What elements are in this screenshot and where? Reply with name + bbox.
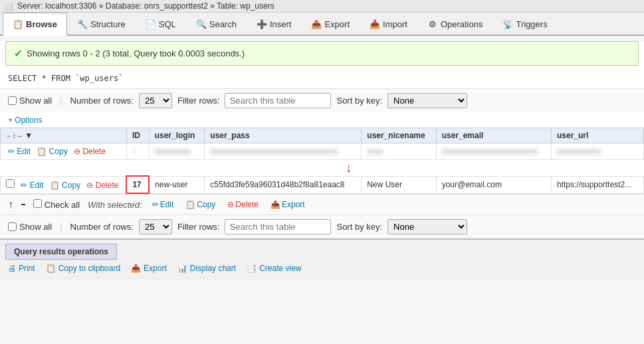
query-results-content: 🖨 Print 📋 Copy to clipboard 📤 Export 📊 D…: [0, 260, 644, 280]
copy-button-1[interactable]: 📋 Copy: [35, 146, 69, 157]
tab-insert-label: Insert: [270, 19, 292, 29]
th-user-url[interactable]: user_url: [552, 128, 644, 143]
sort-icon: ▼: [25, 131, 33, 140]
edit-button-1[interactable]: ✏ Edit: [6, 146, 33, 157]
tab-export-label: Export: [324, 19, 350, 29]
row-checkbox-2[interactable]: [6, 179, 15, 188]
table-header-row: ←↕→ ▼ ID user_login user_pass user_nicen…: [1, 128, 644, 143]
success-text: Showing rows 0 - 2 (3 total, Query took …: [27, 48, 245, 58]
chart-link[interactable]: 📊 Display chart: [177, 264, 236, 273]
th-checkbox: ←↕→ ▼: [1, 128, 127, 143]
tab-search[interactable]: 🔍 Search: [186, 13, 247, 35]
titlebar: ⬜ Server: localhost:3306 » Database: onr…: [0, 0, 644, 13]
tab-browse[interactable]: 📋 Browse: [3, 13, 67, 36]
tab-structure[interactable]: 🔧 Structure: [67, 13, 136, 35]
nav-arrows: ←↕→: [6, 132, 23, 139]
table-row: ✏ Edit 📋 Copy ⊖ Delete -- xxxxxxxxx xxxx…: [1, 143, 644, 160]
structure-icon: 🔧: [77, 19, 88, 29]
th-user-nicename[interactable]: user_nicename: [362, 128, 436, 143]
with-selected-label: With selected:: [88, 200, 142, 210]
with-selected-edit[interactable]: ✏ Edit: [150, 199, 176, 210]
th-user-pass[interactable]: user_pass: [205, 128, 362, 143]
sql-text: SELECT * FROM `wp_users`: [8, 74, 123, 83]
show-all-checkbox-bottom[interactable]: [8, 222, 17, 231]
top-toolbar: Show all | Number of rows: 25 Filter row…: [0, 88, 644, 112]
tab-export[interactable]: 📤 Export: [301, 13, 360, 35]
titlebar-text: Server: localhost:3306 » Database: onrs_…: [17, 1, 274, 11]
filter-input-bottom[interactable]: [225, 219, 331, 234]
tab-sql[interactable]: 📄 SQL: [136, 13, 186, 35]
create-view-link[interactable]: 📑 Create view: [247, 264, 301, 273]
cell-id-1: --: [126, 143, 149, 160]
query-results-header[interactable]: Query results operations: [5, 244, 117, 260]
num-rows-select[interactable]: 25: [139, 93, 172, 108]
th-user-login[interactable]: user_login: [149, 128, 205, 143]
sql-icon: 📄: [146, 19, 156, 29]
view-icon: 📑: [247, 264, 257, 273]
bottom-toolbar: ↑ Check all With selected: ✏ Edit 📋 Copy…: [0, 194, 644, 215]
copy-button-2[interactable]: 📋 Copy: [48, 180, 82, 191]
filter-input-top[interactable]: [225, 93, 331, 108]
delete-button-1[interactable]: ⊖ Delete: [72, 146, 108, 157]
th-id[interactable]: ID: [126, 128, 149, 143]
show-all-label[interactable]: Show all: [8, 96, 52, 106]
tab-browse-label: Browse: [26, 19, 57, 29]
sort-select-bottom[interactable]: None: [387, 219, 467, 234]
cell-id-2: 17: [126, 176, 149, 193]
sort-label: Sort by key:: [336, 96, 382, 106]
tab-triggers-label: Triggers: [516, 19, 547, 29]
export-ops-icon: 📤: [131, 264, 141, 273]
delete-button-2[interactable]: ⊖ Delete: [84, 180, 120, 191]
tab-insert[interactable]: ➕ Insert: [247, 13, 302, 35]
with-selected-copy[interactable]: 📋 Copy: [183, 199, 217, 210]
browse-icon: 📋: [13, 19, 23, 29]
copy-clipboard-link[interactable]: 📋 Copy to clipboard: [46, 264, 120, 273]
operations-icon: ⚙: [427, 19, 438, 29]
options-link[interactable]: + Options: [8, 116, 43, 125]
with-selected-delete[interactable]: ⊖ Delete: [225, 199, 261, 210]
export-link[interactable]: 📤 Export: [131, 264, 167, 273]
sql-display: SELECT * FROM `wp_users`: [0, 71, 644, 88]
cell-url-1: xxxxxxxxxxx: [552, 143, 644, 160]
import-tab-icon: 📥: [370, 19, 380, 29]
th-user-email[interactable]: user_email: [436, 128, 551, 143]
tab-import-label: Import: [383, 19, 407, 29]
options-row: + Options: [0, 112, 644, 128]
num-rows-label-bottom: Number of rows:: [70, 222, 134, 232]
search-tab-icon: 🔍: [196, 19, 207, 29]
check-all-label[interactable]: Check all: [33, 199, 80, 210]
tab-search-label: Search: [209, 19, 237, 29]
cell-url-2: https://supporttest2...: [552, 176, 644, 193]
tab-triggers[interactable]: 📡 Triggers: [492, 13, 557, 35]
cell-email-2: your@email.com: [436, 176, 551, 193]
with-selected-export[interactable]: 📤 Export: [268, 199, 307, 210]
chart-icon: 📊: [177, 264, 187, 273]
sort-select-top[interactable]: None: [387, 93, 467, 108]
filter-label: Filter rows:: [177, 96, 220, 106]
tab-import[interactable]: 📥 Import: [360, 13, 417, 35]
export-tab-icon: 📤: [311, 19, 322, 29]
cell-nicename-2: New User: [362, 176, 436, 193]
arrow-indicator-row: ↓: [1, 160, 644, 177]
up-arrow-icon: ↑: [8, 199, 13, 211]
cell-pass-2: c55fdd3fe59a96031d48b2f8a81eaac8: [205, 176, 362, 193]
success-message: ✔ Showing rows 0 - 2 (3 total, Query too…: [5, 41, 639, 66]
tab-operations[interactable]: ⚙ Operations: [417, 13, 493, 35]
edit-button-2[interactable]: ✏ Edit: [19, 180, 45, 191]
show-all-label-bottom[interactable]: Show all: [8, 222, 52, 232]
print-link[interactable]: 🖨 Print: [8, 264, 35, 273]
show-all-checkbox[interactable]: [8, 96, 17, 105]
bottom-filter-toolbar: Show all | Number of rows: 25 Filter row…: [0, 215, 644, 238]
row-actions-2: ✏ Edit 📋 Copy ⊖ Delete: [1, 176, 127, 193]
cell-nicename-1: xxxx: [362, 143, 436, 160]
num-rows-select-bottom[interactable]: 25: [139, 219, 172, 234]
cell-login-1: xxxxxxxxx: [149, 143, 205, 160]
tab-sql-label: SQL: [159, 19, 176, 29]
check-all-checkbox[interactable]: [33, 199, 42, 208]
data-table: ←↕→ ▼ ID user_login user_pass user_nicen…: [0, 128, 644, 194]
insert-icon: ➕: [257, 19, 267, 29]
table-container: ←↕→ ▼ ID user_login user_pass user_nicen…: [0, 128, 644, 194]
tabbar: 📋 Browse 🔧 Structure 📄 SQL 🔍 Search ➕ In…: [0, 13, 644, 36]
row-actions: ✏ Edit 📋 Copy ⊖ Delete: [1, 143, 127, 160]
query-results-ops: Query results operations 🖨 Print 📋 Copy …: [0, 238, 644, 280]
